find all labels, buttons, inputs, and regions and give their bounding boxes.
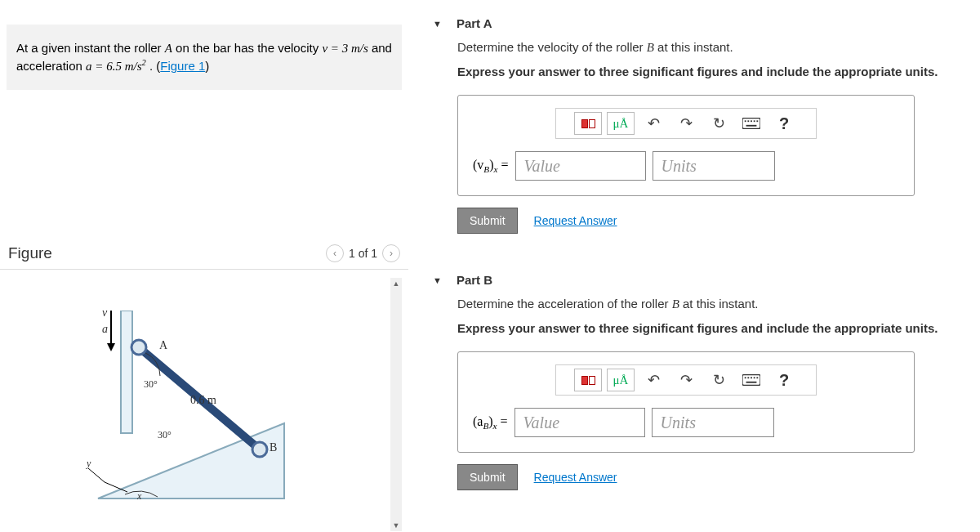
part-b-title: Part B <box>457 273 492 287</box>
figure-link[interactable]: Figure 1 <box>160 59 205 73</box>
figure-prev-button[interactable]: ‹ <box>326 244 344 262</box>
accel-eq: a = 6.5 m/s2 <box>86 60 146 73</box>
part-b-var-label: (aB)x = <box>473 414 508 431</box>
label-y: y <box>87 458 91 470</box>
problem-statement: At a given instant the roller A on the b… <box>7 25 402 90</box>
roller-a: A <box>165 42 172 55</box>
svg-rect-12 <box>751 120 752 122</box>
part-b-body: Determine the acceleration of the roller… <box>433 297 972 507</box>
svg-rect-9 <box>742 118 760 129</box>
figure-diagram <box>80 311 309 531</box>
label-a: a <box>102 323 108 336</box>
left-column: At a given instant the roller A on the b… <box>0 0 408 532</box>
part-a-prompt: Determine the velocity of the roller B a… <box>457 40 972 55</box>
templates-button[interactable] <box>574 369 602 391</box>
undo-button[interactable]: ↶ <box>639 112 667 135</box>
figure-body: v a A B 0.6 m 30° 30° x y ▲ ▼ <box>7 278 402 531</box>
answer-toolbar: μÅ ↶ ↷ ↻ ? <box>555 364 817 396</box>
svg-rect-15 <box>746 125 757 127</box>
svg-rect-17 <box>745 377 746 378</box>
part-b-answer-box: μÅ ↶ ↷ ↻ ? (aB)x = Value Units <box>457 351 915 453</box>
part-b-instruction: Express your answer to three significant… <box>457 321 972 335</box>
templates-icon <box>581 119 595 128</box>
part-b-submit-button[interactable]: Submit <box>457 464 518 490</box>
collapse-icon[interactable]: ▼ <box>433 275 442 285</box>
part-b-request-answer-link[interactable]: Request Answer <box>534 471 617 484</box>
units-button[interactable]: μÅ <box>607 369 635 391</box>
problem-text: ) <box>205 59 209 73</box>
figure-header: Figure ‹ 1 of 1 › <box>0 237 408 270</box>
svg-point-4 <box>252 442 267 457</box>
collapse-icon[interactable]: ▼ <box>433 19 442 29</box>
part-b-units-input[interactable]: Units <box>652 408 774 437</box>
reset-button[interactable]: ↻ <box>705 112 733 135</box>
answer-toolbar: μÅ ↶ ↷ ↻ ? <box>555 108 817 139</box>
help-button[interactable]: ? <box>770 369 798 391</box>
part-a-var-label: (vB)x = <box>473 158 509 174</box>
figure-scrollbar[interactable]: ▲ ▼ <box>390 278 402 531</box>
svg-rect-20 <box>754 377 755 378</box>
figure-counter: 1 of 1 <box>349 247 377 260</box>
part-a-request-answer-link[interactable]: Request Answer <box>534 214 617 227</box>
part-a-header[interactable]: ▼ Part A <box>433 8 972 40</box>
help-button[interactable]: ? <box>770 112 798 135</box>
scroll-up-icon[interactable]: ▲ <box>390 278 402 289</box>
svg-rect-18 <box>747 377 749 378</box>
figure-next-button[interactable]: › <box>382 244 400 262</box>
part-a-units-input[interactable]: Units <box>653 151 775 181</box>
part-a-body: Determine the velocity of the roller B a… <box>433 40 972 250</box>
units-button[interactable]: μÅ <box>607 112 635 135</box>
svg-marker-1 <box>98 423 284 498</box>
part-a-submit-row: Submit Request Answer <box>457 208 972 234</box>
templates-button[interactable] <box>574 112 602 135</box>
part-b-value-input[interactable]: Value <box>514 408 645 437</box>
keyboard-button[interactable] <box>737 112 765 135</box>
problem-text: At a given instant the roller <box>16 41 165 55</box>
problem-text: . ( <box>146 59 161 73</box>
part-a-answer-box: μÅ ↶ ↷ ↻ ? (vB)x = Value Units <box>457 95 915 196</box>
svg-rect-14 <box>756 120 758 122</box>
templates-icon <box>581 376 595 385</box>
problem-text: on the bar has the velocity <box>172 41 322 55</box>
figure-nav: ‹ 1 of 1 › <box>326 244 400 262</box>
svg-rect-10 <box>745 120 746 122</box>
svg-line-7 <box>88 468 105 482</box>
label-A: A <box>159 339 167 352</box>
keyboard-icon <box>742 118 760 129</box>
part-b-answer-row: (aB)x = Value Units <box>473 408 899 437</box>
label-angle2: 30° <box>158 429 172 441</box>
svg-rect-0 <box>121 311 132 433</box>
right-column: ▼ Part A Determine the velocity of the r… <box>408 0 980 532</box>
figure-title: Figure <box>8 244 52 262</box>
svg-rect-11 <box>747 120 749 122</box>
svg-rect-21 <box>756 377 758 378</box>
redo-button[interactable]: ↷ <box>672 369 700 391</box>
part-a-answer-row: (vB)x = Value Units <box>473 151 899 181</box>
keyboard-icon <box>742 374 760 386</box>
undo-button[interactable]: ↶ <box>639 369 667 391</box>
label-x: x <box>137 490 141 503</box>
part-a-value-input[interactable]: Value <box>515 151 646 181</box>
svg-rect-16 <box>742 375 760 386</box>
part-b-header[interactable]: ▼ Part B <box>433 265 972 297</box>
label-length: 0.6 m <box>190 394 216 407</box>
svg-point-3 <box>131 340 146 355</box>
part-b-prompt: Determine the acceleration of the roller… <box>457 297 972 311</box>
svg-rect-13 <box>754 120 755 122</box>
reset-button[interactable]: ↻ <box>705 369 733 391</box>
redo-button[interactable]: ↷ <box>672 112 700 135</box>
velocity-eq: v = 3 m/s <box>322 42 368 55</box>
part-a-instruction: Express your answer to three significant… <box>457 65 972 78</box>
part-a-title: Part A <box>457 16 492 30</box>
svg-rect-22 <box>746 382 757 383</box>
label-v: v <box>102 306 107 320</box>
svg-rect-19 <box>751 377 752 378</box>
keyboard-button[interactable] <box>737 369 765 391</box>
label-angle1: 30° <box>144 378 158 391</box>
label-B: B <box>270 441 277 454</box>
part-b-submit-row: Submit Request Answer <box>457 464 972 490</box>
part-a-submit-button[interactable]: Submit <box>457 208 518 234</box>
scroll-down-icon[interactable]: ▼ <box>390 520 402 531</box>
svg-marker-6 <box>107 343 115 351</box>
